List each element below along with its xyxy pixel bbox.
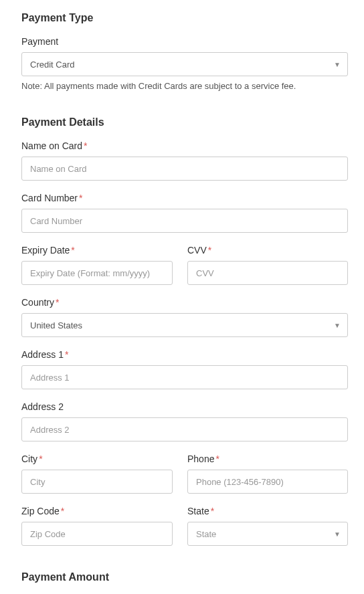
- zip-field: Zip Code*: [21, 506, 173, 546]
- payment-type-field: Payment Credit Card ▼ Note: All payments…: [21, 36, 348, 92]
- card-number-field: Card Number*: [21, 193, 348, 233]
- country-select-value: United States: [21, 313, 348, 337]
- expiry-label-text: Expiry Date: [21, 245, 70, 256]
- address2-label: Address 2: [21, 401, 348, 412]
- phone-label-text: Phone: [187, 454, 214, 464]
- payment-type-label: Payment: [21, 36, 348, 47]
- expiry-input[interactable]: [21, 261, 173, 285]
- expiry-field: Expiry Date*: [21, 245, 173, 285]
- state-label-text: State: [187, 506, 209, 516]
- required-mark: *: [56, 297, 59, 308]
- phone-input[interactable]: [187, 470, 348, 494]
- expiry-label: Expiry Date*: [21, 245, 173, 256]
- city-phone-row: City* Phone*: [21, 454, 348, 494]
- address2-input[interactable]: [21, 417, 348, 441]
- country-select[interactable]: United States ▼: [21, 313, 348, 337]
- address1-label-text: Address 1: [21, 349, 64, 360]
- state-label: State*: [187, 506, 348, 516]
- required-mark: *: [211, 506, 214, 516]
- expiry-cvv-row: Expiry Date* CVV*: [21, 245, 348, 285]
- cvv-input[interactable]: [187, 261, 348, 285]
- payment-type-select-value: Credit Card: [21, 52, 348, 76]
- required-mark: *: [79, 193, 82, 203]
- card-number-label: Card Number*: [21, 193, 348, 203]
- section-payment-type-heading: Payment Type: [21, 12, 348, 24]
- city-input[interactable]: [21, 470, 173, 494]
- cvv-label: CVV*: [187, 245, 348, 256]
- zip-input[interactable]: [21, 522, 173, 546]
- country-field: Country* United States ▼: [21, 297, 348, 337]
- address1-field: Address 1*: [21, 349, 348, 389]
- name-on-card-field: Name on Card*: [21, 140, 348, 181]
- city-field: City*: [21, 454, 173, 494]
- address1-label: Address 1*: [21, 349, 348, 360]
- zip-state-row: Zip Code* State* State ▼: [21, 506, 348, 546]
- cvv-label-text: CVV: [187, 245, 207, 256]
- required-mark: *: [215, 454, 219, 464]
- name-on-card-label: Name on Card*: [21, 140, 348, 151]
- country-label-text: Country: [21, 297, 54, 308]
- zip-label: Zip Code*: [21, 506, 173, 516]
- section-payment-amount-heading: Payment Amount: [21, 571, 348, 583]
- required-mark: *: [39, 454, 42, 464]
- payment-type-note: Note: All payments made with Credit Card…: [21, 80, 348, 92]
- state-field: State* State ▼: [187, 506, 348, 546]
- city-label-text: City: [21, 454, 37, 464]
- payment-type-select[interactable]: Credit Card ▼: [21, 52, 348, 76]
- cvv-field: CVV*: [187, 245, 348, 285]
- required-mark: *: [61, 506, 64, 516]
- card-number-label-text: Card Number: [21, 193, 78, 203]
- name-on-card-input[interactable]: [21, 157, 348, 181]
- phone-field: Phone*: [187, 454, 348, 494]
- section-payment-details-heading: Payment Details: [21, 116, 348, 128]
- name-on-card-label-text: Name on Card: [21, 140, 82, 151]
- state-select-value: State: [187, 522, 348, 546]
- required-mark: *: [65, 349, 68, 360]
- required-mark: *: [208, 245, 211, 256]
- city-label: City*: [21, 454, 173, 464]
- state-select[interactable]: State ▼: [187, 522, 348, 546]
- address1-input[interactable]: [21, 365, 348, 389]
- address2-field: Address 2: [21, 401, 348, 441]
- required-mark: *: [84, 140, 87, 151]
- required-mark: *: [71, 245, 74, 256]
- country-label: Country*: [21, 297, 348, 308]
- card-number-input[interactable]: [21, 209, 348, 233]
- zip-label-text: Zip Code: [21, 506, 60, 516]
- phone-label: Phone*: [187, 454, 348, 464]
